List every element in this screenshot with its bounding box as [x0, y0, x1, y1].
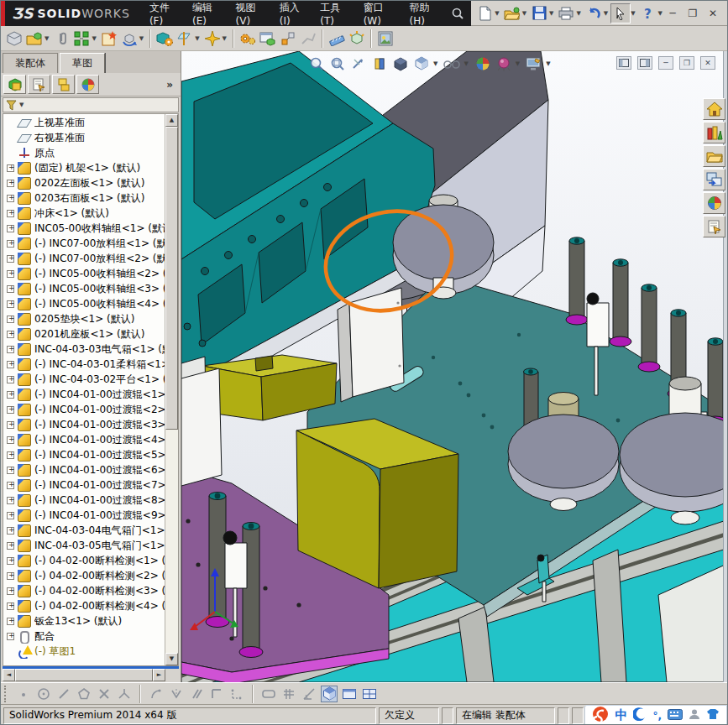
tree-item[interactable]: 0203右面板<1> (默认)	[3, 190, 165, 206]
part-white-door-panel[interactable]	[338, 288, 404, 402]
point-tool-icon[interactable]	[15, 686, 32, 702]
close-doc-button[interactable]: ✕	[700, 56, 715, 70]
menu-tools[interactable]: 工具(T)	[312, 0, 354, 30]
property-manager-tab[interactable]	[28, 75, 50, 94]
print-button[interactable]	[556, 3, 576, 23]
expand-toggle[interactable]	[7, 316, 14, 323]
minimize-button[interactable]: ─	[665, 8, 680, 19]
expand-toggle[interactable]	[7, 512, 14, 519]
tree-item[interactable]: 原点	[3, 145, 165, 160]
search-icon[interactable]	[444, 1, 471, 26]
tree-item[interactable]: (-) INC07-00放料组<2> (默认)	[3, 251, 165, 266]
view-orientation-icon[interactable]	[412, 55, 431, 72]
tree-item[interactable]: (-) INC04-01-00过渡辊<7> (默认)	[3, 477, 165, 493]
reference-geometry-icon[interactable]	[175, 29, 195, 49]
tree-item[interactable]: (-) INC05-00收料轴组<4> (默认)	[3, 296, 165, 311]
pane-right-button[interactable]	[637, 56, 652, 70]
view-palette-tab[interactable]	[703, 169, 725, 190]
filter-dropdown-caret[interactable]: ▼	[19, 102, 24, 108]
tree-item[interactable]: (-) INC04-01-00过渡辊<9> (默认)	[3, 508, 165, 523]
appearances-scenes-tab[interactable]	[703, 192, 725, 214]
smart-fasteners-icon[interactable]	[202, 29, 223, 49]
save-button[interactable]	[529, 3, 549, 23]
tree-item[interactable]: (-) INC-04-03-01柔料箱<1>	[3, 357, 165, 372]
open-part-icon[interactable]	[24, 29, 45, 49]
file-explorer-tab[interactable]	[703, 145, 725, 167]
account-icon[interactable]	[689, 708, 700, 722]
graphics-viewport[interactable]: ▼ ▼ ▼ ▼ ─ ❐ ✕	[181, 51, 727, 682]
horizontal-scroll-thumb[interactable]	[15, 669, 153, 681]
expand-toggle[interactable]	[7, 255, 14, 263]
menu-help[interactable]: 帮助(H)	[402, 0, 445, 30]
tree-item[interactable]: 钣金13<1> (默认)	[3, 613, 165, 629]
tree-item[interactable]: (-) 04-02-00断料检测<2> (默认)	[3, 568, 165, 583]
scroll-left-button[interactable]: ◄	[3, 669, 15, 681]
component-window-icon[interactable]	[258, 29, 278, 49]
expand-toggle[interactable]	[7, 240, 14, 248]
minimize-doc-button[interactable]: ─	[658, 56, 673, 70]
section-view-icon[interactable]	[370, 55, 389, 72]
scroll-right-button[interactable]: ►	[153, 669, 165, 681]
menu-file[interactable]: 文件(F)	[142, 0, 183, 30]
vertical-scroll-thumb[interactable]	[165, 127, 178, 430]
grid-snap-icon[interactable]	[280, 686, 297, 702]
expand-toggle[interactable]	[7, 361, 14, 368]
view-settings-icon[interactable]	[525, 55, 543, 72]
fasteners-caret[interactable]: ▼	[223, 35, 227, 42]
tree-item[interactable]: INC-04-03-04电气箱门<1> (默认)	[3, 523, 165, 538]
tangent-arc-tool-icon[interactable]	[148, 686, 165, 702]
tree-item[interactable]: INC-04-03-05电气箱门<1> (默认)	[3, 538, 165, 553]
new-dropdown-caret[interactable]: ▼	[495, 10, 499, 17]
perpendicular-relation-icon[interactable]	[208, 686, 225, 702]
view-orientation-caret[interactable]: ▼	[433, 60, 437, 67]
open-dropdown-caret[interactable]: ▼	[522, 10, 526, 17]
manager-tabs-overflow-chevron[interactable]: »	[166, 79, 178, 91]
trim-tool-icon[interactable]	[96, 686, 113, 702]
open-button[interactable]	[502, 3, 522, 23]
tree-item[interactable]: (-) 草图1	[3, 644, 165, 659]
configuration-manager-tab[interactable]	[52, 75, 75, 94]
expand-toggle[interactable]	[7, 406, 14, 414]
tree-item[interactable]: (-) INC07-00放料组<1> (默认)	[3, 236, 165, 251]
menu-insert[interactable]: 插入(I)	[272, 0, 312, 30]
tree-item[interactable]: INC-04-03-03电气箱<1> (默认)	[3, 342, 165, 357]
tree-item[interactable]: (-) INC-04-03-02平台<1> (默认)	[3, 372, 165, 387]
edit-appearance-icon[interactable]	[495, 55, 513, 72]
expand-toggle[interactable]	[7, 180, 14, 187]
expand-toggle[interactable]	[7, 436, 14, 444]
scroll-up-button[interactable]: ▲	[165, 114, 178, 127]
parallel-relation-icon[interactable]	[188, 686, 205, 702]
motion-gears-icon[interactable]	[238, 29, 258, 49]
tree-item[interactable]: 右视基准面	[3, 130, 165, 145]
mate-icon[interactable]	[71, 29, 92, 49]
tree-item[interactable]: (-) INC05-00收料轴组<2> (默认)	[3, 266, 165, 281]
open-part-caret[interactable]: ▼	[45, 35, 49, 42]
measure-icon[interactable]	[327, 29, 347, 49]
tree-item[interactable]: INC05-00收料轴组<1> (默认)	[3, 221, 165, 236]
maximize-button[interactable]: ❐	[685, 8, 700, 19]
rotate-component-icon[interactable]	[119, 29, 139, 49]
tree-horizontal-scrollbar[interactable]: ◄ ►	[3, 669, 179, 681]
explode-line-sketch-icon[interactable]	[298, 29, 318, 49]
toolbar-drag-handle[interactable]	[4, 686, 8, 702]
tree-item[interactable]: (-) INC04-01-00过渡辊<8> (默认)	[3, 493, 165, 508]
expand-toggle[interactable]	[7, 164, 14, 172]
new-document-button[interactable]	[474, 3, 495, 23]
tree-item[interactable]: (-) INC05-00收料轴组<3> (默认)	[3, 281, 165, 296]
menu-view[interactable]: 视图(V)	[228, 0, 270, 30]
circle-tool-icon[interactable]	[35, 686, 52, 702]
tree-item[interactable]: 0205垫块<1> (默认)	[3, 311, 165, 326]
feature-manager-tab[interactable]	[3, 75, 26, 94]
tree-vertical-scrollbar[interactable]: ▲ ▼	[165, 114, 178, 665]
help-button[interactable]: ?	[638, 3, 658, 23]
expand-toggle[interactable]	[7, 391, 14, 399]
expand-toggle[interactable]	[7, 285, 14, 293]
mate-caret[interactable]: ▼	[92, 35, 96, 42]
solidworks-resources-tab[interactable]	[703, 98, 725, 120]
attach-icon[interactable]	[51, 29, 71, 49]
display-manager-tab[interactable]	[76, 75, 99, 94]
view-clipping-icon[interactable]	[391, 55, 410, 72]
scroll-down-button[interactable]: ▼	[165, 653, 178, 665]
tree-item[interactable]: (-) INC04-01-00过渡辊<6> (默认)	[3, 462, 165, 477]
tree-item[interactable]: (-) INC04-01-00过渡辊<2> (默认)	[3, 402, 165, 417]
